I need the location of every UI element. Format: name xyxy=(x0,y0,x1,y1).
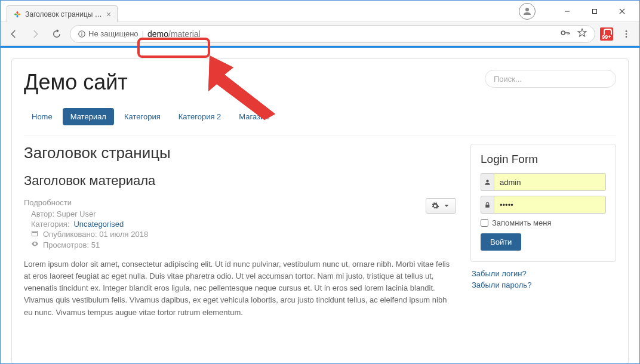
password-input[interactable] xyxy=(494,196,606,214)
svg-point-7 xyxy=(626,30,627,32)
remember-checkbox-row[interactable]: Запомнить меня xyxy=(481,218,606,227)
nav-item-home[interactable]: Home xyxy=(24,108,60,125)
forgot-login-link[interactable]: Забыли логин? xyxy=(472,268,616,279)
svg-rect-1 xyxy=(565,11,570,11)
username-group xyxy=(481,173,606,191)
remember-label: Запомнить меня xyxy=(492,218,551,227)
content-row: Заголовок страницы Заголовок материала П… xyxy=(24,144,616,319)
browser-menu-icon[interactable] xyxy=(618,26,635,42)
nav-forward-button[interactable] xyxy=(27,26,44,42)
page-viewport: Демо сайт Home Материал Категория Катего… xyxy=(1,48,639,364)
category-link[interactable]: Uncategorised xyxy=(73,220,124,229)
lock-icon xyxy=(481,196,494,214)
article-tools-button[interactable] xyxy=(426,198,456,214)
url-host: demo xyxy=(147,29,168,39)
gear-icon xyxy=(431,202,439,210)
site-title: Демо сайт xyxy=(24,70,128,95)
login-module: Login Form xyxy=(470,144,616,262)
extension-badge[interactable]: 99+ xyxy=(600,27,613,41)
main-nav: Home Материал Категория Категория 2 Мага… xyxy=(24,108,616,125)
eye-icon xyxy=(31,240,39,249)
browser-tab[interactable]: Заголовок страницы в б × xyxy=(7,5,118,22)
article-heading: Заголовок материала xyxy=(24,173,155,189)
svg-point-8 xyxy=(626,33,627,35)
hits-text: Просмотров: 51 xyxy=(43,240,100,249)
tab-close-icon[interactable]: × xyxy=(106,10,111,19)
password-group xyxy=(481,196,606,214)
window-close-button[interactable] xyxy=(608,3,636,20)
browser-window: Заголовок страницы в б × xyxy=(0,0,640,364)
site-search[interactable] xyxy=(485,70,616,88)
remember-checkbox[interactable] xyxy=(481,219,488,227)
username-input[interactable] xyxy=(494,173,606,191)
security-indicator: Не защищено xyxy=(78,29,139,38)
nav-item-category[interactable]: Категория xyxy=(116,108,168,125)
svg-rect-2 xyxy=(593,9,597,13)
article-details: Подробности Автор: Super User Категория:… xyxy=(24,198,148,250)
forgot-password-link[interactable]: Забыли пароль? xyxy=(472,279,616,291)
article-body: Lorem ipsum dolor sit amet, consectetur … xyxy=(24,258,456,319)
nav-item-material[interactable]: Материал xyxy=(63,108,114,125)
category-label: Категория: xyxy=(31,220,69,229)
svg-rect-5 xyxy=(81,32,82,32)
login-title: Login Form xyxy=(481,153,606,166)
security-label: Не защищено xyxy=(88,29,139,38)
svg-point-9 xyxy=(626,36,627,38)
nav-item-shop[interactable]: Магазин xyxy=(231,108,276,125)
site-container: Демо сайт Home Материал Категория Катего… xyxy=(11,58,629,364)
bookmark-star-icon[interactable] xyxy=(577,27,587,40)
details-label: Подробности xyxy=(24,198,148,207)
nav-back-button[interactable] xyxy=(5,26,22,42)
user-icon xyxy=(481,173,494,191)
window-maximize-button[interactable] xyxy=(581,3,608,20)
profile-avatar-icon[interactable] xyxy=(519,3,536,20)
page-heading: Заголовок страницы xyxy=(24,144,456,162)
nav-item-category2[interactable]: Категория 2 xyxy=(171,108,229,125)
published-text: Опубликовано: 01 июля 2018 xyxy=(43,230,148,239)
separator xyxy=(24,135,616,135)
tab-strip: Заголовок страницы в б × xyxy=(7,5,118,22)
nav-reload-button[interactable] xyxy=(48,26,65,42)
site-search-input[interactable] xyxy=(494,75,607,84)
address-bar: Не защищено | demo/material 99+ xyxy=(1,22,639,46)
main-column: Заголовок страницы Заголовок материала П… xyxy=(24,144,456,319)
svg-point-11 xyxy=(486,180,488,182)
url-display: demo/material xyxy=(147,29,556,39)
svg-rect-4 xyxy=(81,33,82,35)
author-text: Автор: Super User xyxy=(31,209,96,218)
login-submit-button[interactable]: Войти xyxy=(481,233,521,251)
svg-rect-12 xyxy=(485,204,490,207)
omnibox[interactable]: Не защищено | demo/material xyxy=(70,25,595,43)
svg-point-6 xyxy=(561,31,565,35)
sidebar-column: Login Form xyxy=(470,144,616,319)
calendar-icon xyxy=(31,230,39,239)
joomla-favicon xyxy=(13,10,21,18)
window-minimize-button[interactable] xyxy=(553,3,581,20)
url-path: /material xyxy=(168,29,201,39)
tab-label: Заголовок страницы в б xyxy=(25,10,103,18)
svg-point-0 xyxy=(525,8,529,11)
svg-rect-10 xyxy=(32,232,38,236)
login-help-links: Забыли логин? Забыли пароль? xyxy=(470,268,616,291)
caret-down-icon xyxy=(442,202,451,210)
site-header: Демо сайт xyxy=(24,70,616,95)
saved-password-icon[interactable] xyxy=(560,27,571,40)
